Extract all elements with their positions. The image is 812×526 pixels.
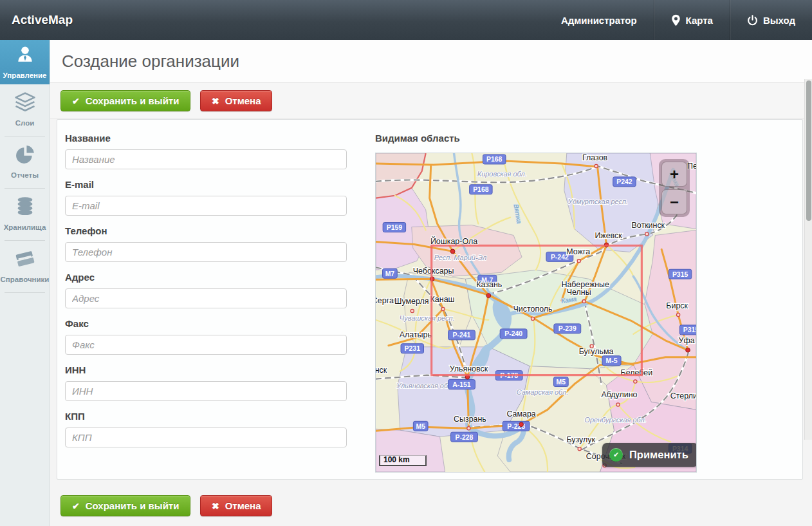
logout-button[interactable]: Выход [730,0,812,40]
city-dot [634,380,637,383]
check-icon: ✔ [72,96,80,106]
city-dot [582,299,586,303]
sidebar-item-label: Слои [0,119,50,127]
sidebar-item-label: Отчеты [0,171,50,179]
city-dot [578,447,581,451]
top-action-toolbar: ✔ Сохранить и выйти ✖ Отмена [50,83,812,118]
city-label: Канаш [430,295,455,304]
city-label: Чебоксары [413,267,454,276]
save-and-exit-button-bottom[interactable]: ✔ Сохранить и выйти [60,495,190,516]
road-number-label: Р159 [387,224,403,231]
current-user-menu[interactable]: Администратор [544,0,654,40]
sidebar-item-label: Справочники [0,276,50,283]
city-label: Воткинск [632,221,665,230]
user-icon [14,57,36,68]
city-label: Ижевск [595,231,622,240]
zoom-out-button[interactable]: − [661,189,687,214]
field-group: Название [65,133,347,169]
apply-button[interactable]: ✔ Применить [602,443,697,467]
city-label: Абдулино [601,390,637,399]
region-label: Кировская обл. [477,170,527,178]
sidebar-item-storages[interactable]: Хранилища [0,189,50,241]
check-icon: ✔ [72,501,80,511]
city-label: Бугульма [579,347,614,356]
sidebar-item-references[interactable]: Справочники [0,241,50,293]
books-icon [13,261,37,272]
pie-chart-icon [14,156,37,167]
power-icon [747,15,758,26]
sidebar-item-label: Хранилища [0,223,50,231]
page-title: Создание организации [50,40,812,82]
region-label: Ульяновская обл. [396,382,454,390]
city-dot [616,403,620,406]
region-label: Респ. Марий-Эл [434,254,487,261]
road-number-label: Р-239 [558,325,577,332]
title-bar: Создание организации [50,40,812,83]
region-label: Удмуртская респ. [567,198,628,205]
city-label: Уфа [679,336,695,345]
zoom-in-button[interactable]: + [661,162,687,187]
logout-label: Выход [763,15,795,26]
top-bar: ActiveMap Администратор Карта Выход [0,0,812,40]
field-group: E-mail [65,179,347,216]
city-dot [486,294,491,298]
scrollbar-thumb[interactable] [806,80,811,221]
sidebar: Управление Слои Отчеты Хранилища Справоч… [0,40,50,526]
city-label: Сызрань [454,415,486,424]
road-number-label: М5 [557,379,566,386]
city-label: Ульяновск [450,364,488,373]
top-bar-menu: Администратор Карта Выход [544,0,812,40]
city-dot [677,313,680,316]
fax-label: Факс [65,318,347,329]
sidebar-item-label: Управление [0,71,50,79]
cancel-button-bottom[interactable]: ✖ Отмена [200,495,273,516]
field-group: Факс [65,318,347,355]
road-number-label: Р-241 [453,332,471,339]
name-input[interactable] [65,149,347,169]
main-area: Создание организации ✔ Сохранить и выйти… [50,40,812,526]
activemap-app: ActiveMap Администратор Карта Выход [0,0,812,526]
region-label: Чувашская респ. [400,314,455,322]
city-label: Бирск [666,301,688,310]
bottom-action-toolbar: ✔ Сохранить и выйти ✖ Отмена [50,480,812,526]
current-user-label: Администратор [561,15,637,26]
vertical-scrollbar[interactable] [804,79,812,440]
cancel-button[interactable]: ✖ Отмена [200,90,273,111]
road-number-label: Р-240 [504,330,522,337]
field-group: Адрес [65,272,347,308]
road-number-label: Р242 [616,178,632,185]
city-dot [686,348,690,352]
city-label: Челны [567,288,591,297]
location-pin-icon [671,14,681,26]
road-number-label: Р231 [405,345,421,352]
sidebar-item-layers[interactable]: Слои [0,84,50,136]
map-link-label: Карта [686,15,713,26]
kpp-input[interactable] [65,427,347,447]
map-link[interactable]: Карта [654,0,730,40]
phone-input[interactable] [65,242,347,262]
road-number-label: Р168 [486,156,503,163]
inn-label: ИНН [65,364,347,375]
phone-label: Телефон [65,225,347,236]
email-input[interactable] [65,196,347,216]
kpp-label: КПП [65,411,347,422]
sidebar-item-management[interactable]: Управление [0,40,50,84]
city-label: Глазов [582,153,608,162]
road-number-label: Р168 [473,186,489,193]
road-number-label: А-151 [452,381,471,388]
name-label: Название [65,133,347,144]
organization-form: Название E-mail Телефон Адрес Факс [65,133,347,457]
city-label: Казань [476,280,502,289]
road-number-label: М-5 [606,357,618,364]
sidebar-item-reports[interactable]: Отчеты [0,136,50,189]
map-widget[interactable]: КамаКамаВятка Кировская обл.Удмуртская р… [375,153,697,473]
city-label: Можга [566,247,590,256]
inn-input[interactable] [65,381,347,401]
road-number-label: Р315 [683,326,696,333]
address-input[interactable] [65,288,347,308]
form-card: Название E-mail Телефон Адрес Факс [57,119,803,480]
save-and-exit-button[interactable]: ✔ Сохранить и выйти [60,90,190,111]
road-number-label: Р-228 [456,434,474,441]
fax-input[interactable] [65,335,347,355]
region-label: Самарская обл. [517,388,569,396]
